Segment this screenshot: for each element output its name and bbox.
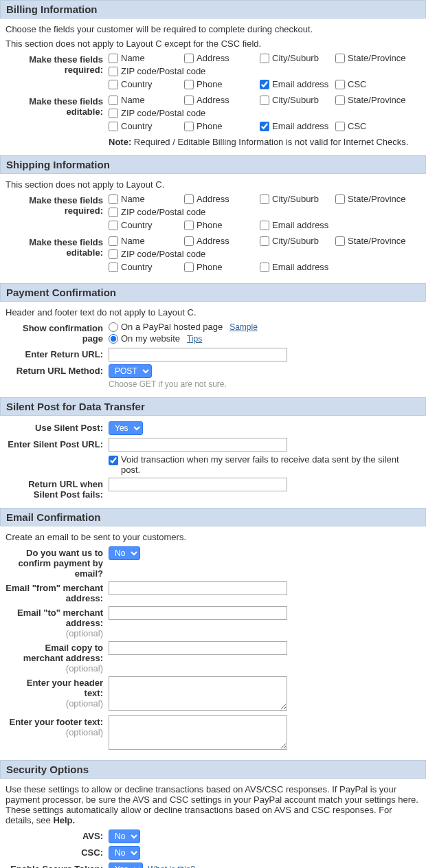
billing-note: Note: Required / Editable Billing Inform… xyxy=(109,137,421,147)
silent-fail-input[interactable] xyxy=(109,478,287,491)
billing-edit-country[interactable] xyxy=(109,122,118,131)
billing-editable-label: Make these fields editable: xyxy=(5,95,109,147)
shipping-required-label: Make these fields required: xyxy=(5,194,109,233)
csc-select[interactable]: No xyxy=(109,846,140,860)
billing-edit-email[interactable] xyxy=(260,122,269,131)
email-header: Email Confirmation xyxy=(0,508,426,526)
ship-req-name[interactable] xyxy=(109,194,118,204)
ship-edit-address[interactable] xyxy=(184,236,194,246)
show-confirm-label: Show confirmation page xyxy=(5,322,109,345)
email-from-input[interactable] xyxy=(109,581,287,595)
billing-edit-name[interactable] xyxy=(109,96,118,105)
email-header-label: Enter your header text:(optional) xyxy=(5,676,109,713)
email-to-label: Email "to" merchantaddress:(optional) xyxy=(5,606,109,638)
void-label: Void transaction when my server fails to… xyxy=(121,454,421,475)
silent-header: Silent Post for Data Transfer xyxy=(0,397,426,416)
label-country: Country xyxy=(121,79,153,89)
ship-edit-country[interactable] xyxy=(109,263,118,272)
label-email: Email address xyxy=(272,79,328,89)
billing-req-phone[interactable] xyxy=(184,80,194,89)
shipping-editable-label: Make these fields editable: xyxy=(5,236,109,275)
avs-select[interactable]: No xyxy=(109,830,140,843)
ship-edit-name[interactable] xyxy=(109,236,118,246)
radio-mysite-label: On my website xyxy=(121,333,180,344)
csc-label: CSC: xyxy=(5,846,109,860)
shipping-header: Shipping Information xyxy=(0,155,426,174)
ship-edit-zip[interactable] xyxy=(109,249,118,259)
label-state: State/Province xyxy=(348,53,406,63)
security-header: Security Options xyxy=(0,760,426,779)
use-silent-label: Use Silent Post: xyxy=(5,421,109,435)
billing-req-country[interactable] xyxy=(109,80,118,89)
label-phone: Phone xyxy=(197,79,223,89)
ship-req-city[interactable] xyxy=(260,194,269,204)
token-label: Enable Secure Token: xyxy=(5,863,109,868)
email-footer-label: Enter your footer text:(optional) xyxy=(5,715,109,752)
payment-header: Payment Confirmation xyxy=(0,283,426,302)
billing-req-csc[interactable] xyxy=(335,80,345,89)
ship-req-country[interactable] xyxy=(109,221,118,230)
label-name: Name xyxy=(121,53,145,63)
security-desc: Use these settings to allow or decline t… xyxy=(5,784,421,825)
ship-edit-state[interactable] xyxy=(335,236,345,246)
billing-req-email[interactable] xyxy=(260,80,269,89)
return-method-select[interactable]: POST xyxy=(109,364,152,378)
billing-edit-csc[interactable] xyxy=(335,122,345,131)
billing-required-label: Make these fields required: xyxy=(5,53,109,92)
label-address: Address xyxy=(197,53,229,63)
return-url-input[interactable] xyxy=(109,348,287,361)
email-copy-input[interactable] xyxy=(109,641,287,655)
billing-edit-state[interactable] xyxy=(335,96,345,105)
silent-url-input[interactable] xyxy=(109,438,287,452)
avs-label: AVS: xyxy=(5,830,109,843)
what-is-this-link[interactable]: What is this? xyxy=(148,865,195,868)
radio-my-website[interactable] xyxy=(109,334,118,344)
ship-req-state[interactable] xyxy=(335,194,345,204)
payment-desc: Header and footer text do not apply to L… xyxy=(5,307,421,318)
billing-req-zip[interactable] xyxy=(109,67,118,76)
email-to-input[interactable] xyxy=(109,606,287,620)
method-hint: Choose GET if you are not sure. xyxy=(109,379,421,389)
billing-req-city[interactable] xyxy=(260,54,269,63)
void-checkbox[interactable] xyxy=(109,456,118,465)
shipping-desc: This section does not apply to Layout C. xyxy=(5,179,421,190)
silent-fail-label: Return URL whenSilent Post fails: xyxy=(5,478,109,500)
email-header-textarea[interactable] xyxy=(109,676,287,711)
ship-req-address[interactable] xyxy=(184,194,194,204)
ship-edit-phone[interactable] xyxy=(184,263,194,272)
ship-req-email[interactable] xyxy=(260,221,269,230)
billing-req-name[interactable] xyxy=(109,54,118,63)
email-footer-textarea[interactable] xyxy=(109,715,287,750)
ship-req-phone[interactable] xyxy=(184,221,194,230)
tips-link[interactable]: Tips xyxy=(187,334,202,344)
return-method-label: Return URL Method: xyxy=(5,364,109,389)
sample-link[interactable]: Sample xyxy=(229,322,258,332)
ship-edit-email[interactable] xyxy=(260,263,269,272)
billing-edit-phone[interactable] xyxy=(184,122,194,131)
ship-edit-city[interactable] xyxy=(260,236,269,246)
billing-desc1: Choose the fields your customer will be … xyxy=(5,24,421,34)
billing-req-address[interactable] xyxy=(184,54,194,63)
label-csc: CSC xyxy=(348,79,366,89)
billing-desc2: This section does not apply to Layout C … xyxy=(5,38,421,49)
email-desc: Create an email to be sent to your custo… xyxy=(5,532,421,542)
email-from-label: Email "from" merchantaddress: xyxy=(5,581,109,603)
confirm-email-select[interactable]: No xyxy=(109,546,140,560)
confirm-email-label: Do you want us to confirm payment by ema… xyxy=(5,546,109,579)
token-select[interactable]: Yes xyxy=(109,863,143,868)
billing-edit-address[interactable] xyxy=(184,96,194,105)
silent-url-label: Enter Silent Post URL: xyxy=(5,438,109,475)
return-url-label: Enter Return URL: xyxy=(5,348,109,361)
email-copy-label: Email copy tomerchant address:(optional) xyxy=(5,641,109,674)
label-zip: ZIP code/Postal code xyxy=(121,66,205,76)
billing-edit-zip[interactable] xyxy=(109,109,118,118)
radio-paypal-hosted[interactable] xyxy=(109,322,118,332)
ship-req-zip[interactable] xyxy=(109,208,118,217)
billing-header: Billing Information xyxy=(0,0,426,19)
billing-edit-city[interactable] xyxy=(260,96,269,105)
label-city: City/Suburb xyxy=(272,53,319,63)
use-silent-select[interactable]: Yes xyxy=(109,421,143,435)
radio-paypal-label: On a PayPal hosted page xyxy=(121,322,223,332)
billing-req-state[interactable] xyxy=(335,54,345,63)
